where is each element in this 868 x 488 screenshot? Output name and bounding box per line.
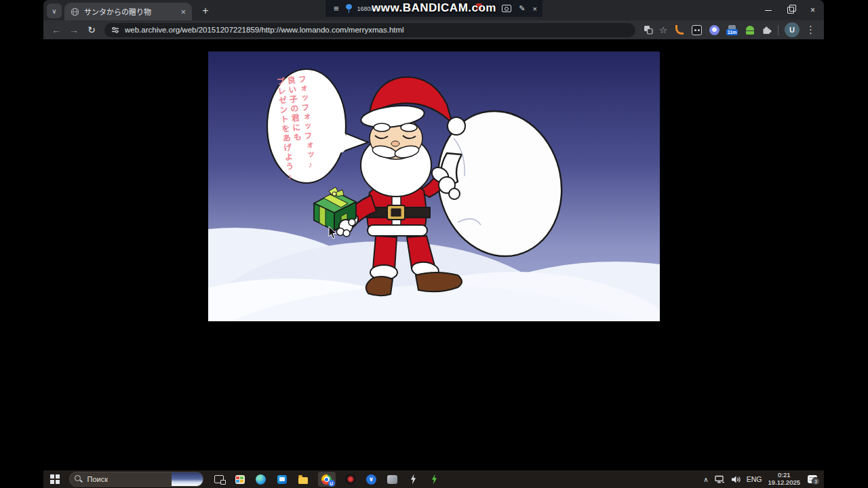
- chevron-down-icon: ∨: [52, 7, 56, 15]
- restore-button[interactable]: [779, 0, 802, 20]
- outlook-button[interactable]: [276, 473, 288, 485]
- restore-icon: [787, 7, 794, 14]
- taskbar-icons: U ∨: [213, 472, 441, 487]
- extension-hook-icon[interactable]: [673, 24, 685, 36]
- tab-santa-gift[interactable]: サンタからの贈り物 ×: [64, 3, 192, 20]
- reload-icon: ↻: [87, 24, 96, 35]
- chrome-profile-badge: U: [328, 480, 335, 487]
- extensions-puzzle-icon[interactable]: [762, 25, 772, 35]
- window-controls: ×: [757, 0, 824, 20]
- new-tab-button[interactable]: +: [198, 3, 213, 18]
- close-icon: ×: [810, 5, 815, 15]
- extension-timer-icon[interactable]: 11m: [726, 24, 738, 35]
- extension-box-icon[interactable]: [691, 24, 703, 36]
- back-button[interactable]: ←: [49, 24, 64, 35]
- game-app-button[interactable]: [387, 473, 399, 485]
- taskbar: Поиск U ∨ ∧: [43, 470, 824, 488]
- taskbar-search[interactable]: Поиск: [69, 472, 203, 487]
- edge-button[interactable]: [255, 473, 267, 485]
- forward-icon: →: [69, 24, 79, 35]
- url-text: web.archive.org/web/20151207221859/http:…: [125, 26, 404, 34]
- search-label: Поиск: [87, 475, 108, 483]
- toolbar-right: ☆ 11m U: [641, 22, 818, 37]
- browser-menu-icon[interactable]: ⋮: [806, 24, 816, 36]
- globe-favicon-icon: [71, 7, 79, 16]
- bandicam-pencil-icon[interactable]: ✎: [519, 4, 525, 13]
- bandicam-camera-icon[interactable]: [502, 5, 511, 12]
- bandicam-record-button[interactable]: [344, 473, 357, 485]
- task-view-button[interactable]: [213, 473, 225, 485]
- extension-badge: 11m: [726, 29, 738, 35]
- forward-button[interactable]: →: [66, 24, 81, 35]
- chrome-button-active[interactable]: U: [318, 472, 336, 487]
- mouse-cursor: [328, 226, 338, 239]
- close-button[interactable]: ×: [802, 0, 824, 20]
- santa-illustration[interactable]: フォッフォッフォッ♪ 良い子の君にも プレゼントをあげよう♪: [208, 52, 660, 321]
- site-info-icon[interactable]: [111, 26, 119, 34]
- search-icon: [75, 475, 83, 483]
- tray-expand-icon[interactable]: ∧: [703, 476, 708, 483]
- browser-window: ∨ サンタからの贈り物 × + × ← →: [43, 0, 824, 470]
- start-button[interactable]: [50, 474, 60, 484]
- notification-center-button[interactable]: 3: [808, 475, 817, 483]
- system-tray: ∧ ENG 0:21 19.12.2025 3: [703, 472, 824, 487]
- bolt-app-button[interactable]: [408, 473, 420, 485]
- bandicam-bar: ≡ 1680x1050 www.BANDICAM.com ✎ ×: [326, 0, 542, 17]
- search-highlight-thumbnail[interactable]: [172, 472, 203, 486]
- plus-icon: +: [202, 5, 208, 17]
- profile-avatar[interactable]: U: [785, 22, 800, 37]
- browser-toolbar: ← → ↻ web.archive.org/web/20151207221859…: [43, 20, 824, 39]
- extension-orb-icon[interactable]: [709, 24, 720, 36]
- chevron-down-icon: ∨: [369, 476, 374, 483]
- store-button[interactable]: [234, 473, 246, 485]
- page-content: フォッフォッフォッ♪ 良い子の君にも プレゼントをあげよう♪: [43, 39, 824, 470]
- volume-icon[interactable]: [731, 475, 741, 484]
- translate-icon[interactable]: [644, 25, 653, 35]
- back-icon: ←: [52, 24, 61, 35]
- minimize-icon: [765, 10, 772, 11]
- download-manager-button[interactable]: ∨: [366, 473, 378, 485]
- tray-clock[interactable]: 0:21 19.12.2025: [768, 472, 800, 487]
- notification-badge: 3: [812, 477, 820, 485]
- green-bolt-app-button[interactable]: [429, 473, 441, 485]
- bandicam-close-icon[interactable]: ×: [533, 5, 537, 13]
- extension-android-icon[interactable]: [744, 24, 755, 36]
- language-indicator[interactable]: ENG: [747, 475, 762, 483]
- address-bar[interactable]: web.archive.org/web/20151207221859/http:…: [104, 23, 635, 37]
- reload-button[interactable]: ↻: [84, 24, 99, 35]
- tab-close-icon[interactable]: ×: [180, 7, 186, 16]
- tray-date: 19.12.2025: [768, 479, 800, 487]
- bookmark-star-icon[interactable]: ☆: [659, 25, 667, 35]
- network-icon[interactable]: [715, 475, 725, 484]
- tab-search-button[interactable]: ∨: [47, 3, 62, 18]
- file-explorer-button[interactable]: [297, 473, 309, 485]
- tab-title: サンタからの贈り物: [84, 6, 176, 17]
- screen-frame: ∨ サンタからの贈り物 × + × ← →: [0, 0, 868, 488]
- bandicam-controls: ✎ ×: [502, 0, 537, 17]
- toolbar-separator: [778, 25, 778, 35]
- minimize-button[interactable]: [757, 0, 779, 20]
